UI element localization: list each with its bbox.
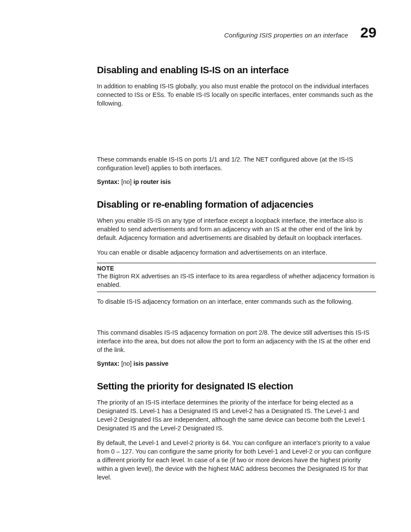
body-text: To disable IS-IS adjacency formation on … [97, 297, 376, 306]
note-block: NOTE The BigIron RX advertises an IS-IS … [97, 263, 376, 292]
section-heading-adjacencies: Disabling or re-enabling formation of ad… [97, 199, 377, 210]
body-text: By default, the Level-1 and Level-2 prio… [97, 439, 376, 482]
syntax-label: Syntax: [97, 360, 119, 367]
body-text: This command disables IS-IS adjacency fo… [97, 328, 376, 354]
running-title: Configuring ISIS properties on an interf… [224, 31, 348, 39]
syntax-command: ip router isis [134, 178, 171, 185]
command-placeholder [97, 312, 377, 328]
note-text: The BigIron RX advertises an IS-IS inter… [97, 272, 376, 289]
chapter-number: 29 [360, 25, 377, 40]
page: Configuring ISIS properties on an interf… [0, 0, 411, 505]
body-text: When you enable IS-IS on any type of int… [97, 216, 376, 242]
syntax-optional: [no] [119, 360, 133, 367]
syntax-label: Syntax: [97, 178, 119, 185]
syntax-line: Syntax: [no] ip router isis [97, 178, 377, 185]
body-text: You can enable or disable adjacency form… [97, 248, 376, 257]
command-placeholder [97, 114, 377, 155]
body-text: In addition to enabling IS-IS globally, … [97, 82, 376, 108]
body-text: These commands enable IS-IS on ports 1/1… [97, 155, 376, 172]
section-heading-disabling: Disabling and enabling IS-IS on an inter… [97, 65, 377, 76]
body-text: The priority of an IS-IS interface deter… [97, 398, 376, 432]
syntax-optional: [no] [119, 178, 133, 185]
syntax-command: isis passive [134, 360, 168, 367]
syntax-line: Syntax: [no] isis passive [97, 360, 377, 367]
section-heading-priority: Setting the priority for designated IS e… [97, 381, 377, 392]
running-header: Configuring ISIS properties on an interf… [97, 25, 377, 40]
note-label: NOTE [97, 265, 376, 272]
